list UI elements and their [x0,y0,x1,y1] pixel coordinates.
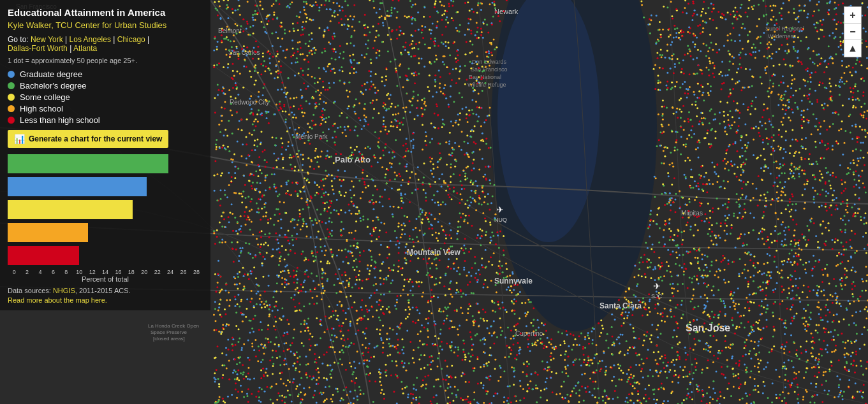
axis-tick: 14 [99,269,112,275]
axis-tick: 0 [8,269,20,275]
goto-links: New York | Los Angeles | Chicago | Dalla… [8,35,149,53]
chart-button-label: Generate a chart for the current view [29,134,162,143]
svg-text:San Carlos: San Carlos [228,49,260,56]
read-more-link[interactable]: Read more about the map here. [8,296,203,304]
svg-text:✈: ✈ [496,205,504,215]
axis-tick: 26 [177,269,189,275]
goto-link-chicago[interactable]: Chicago [117,35,145,44]
svg-text:Space Preserve: Space Preserve [151,329,187,335]
bar-row [8,200,203,219]
data-sources: Data sources: NHGIS, 2011-2015 ACS. [8,287,203,294]
bar-row [8,246,203,265]
zoom-controls: + − ▲ [844,6,862,57]
bar-row [8,177,203,196]
chart-icon: 📊 [14,134,25,144]
legend-item: High school [8,104,203,113]
svg-text:La Honda Creek Open: La Honda Creek Open [148,323,199,329]
axis-tick: 22 [151,269,163,275]
svg-text:Belmont: Belmont [218,27,242,34]
axis-tick: 2 [20,269,33,275]
svg-text:Wildlife Refuge: Wildlife Refuge [467,82,506,88]
svg-text:Milpitas: Milpitas [681,210,703,217]
panel-title: Educational Attainment in America [8,6,203,19]
svg-text:Sunnyvale: Sunnyvale [494,277,533,285]
bar-some-college [8,200,133,219]
svg-text:Palo Alto: Palo Alto [335,155,371,164]
svg-text:Cupertino: Cupertino [515,330,543,337]
goto-link-dallas-fort-worth[interactable]: Dallas-Fort Worth [8,44,68,53]
goto-link-atlanta[interactable]: Atlanta [73,44,97,53]
svg-text:✈: ✈ [653,281,661,291]
axis-label: Percent of total [8,275,203,283]
bar-less-than-high-school [8,246,79,265]
legend-item: Graduate degree [8,69,203,79]
chart-axis: 0246810121416182022242628 [8,269,203,275]
legend-dot [8,117,15,124]
axis-tick: 6 [47,269,59,275]
svg-text:San Francisco: San Francisco [471,66,508,73]
panel-subtitle: Kyle Walker, TCU Center for Urban Studie… [8,20,203,30]
goto-link-los-angeles[interactable]: Los Angeles [70,35,111,44]
svg-text:Don Edwards: Don Edwards [472,59,507,65]
svg-text:Menlo Park: Menlo Park [295,133,328,140]
bar-chart: 0246810121416182022242628 Percent of tot… [8,154,203,283]
legend-dot [8,82,15,89]
axis-tick: 28 [190,269,203,275]
svg-text:San Jose: San Jose [686,322,730,333]
map-container: Newark San Francisco Belmont San Carlos … [0,0,868,404]
axis-tick: 12 [85,269,98,275]
sidebar-panel: Educational Attainment in America Kyle W… [0,0,210,310]
svg-text:Redwood City: Redwood City [230,99,269,106]
zoom-reset-button[interactable]: ▲ [844,40,861,57]
legend-item: Some college [8,92,203,102]
bar-graduate-degree [8,154,168,173]
axis-tick: 16 [112,269,124,275]
legend-dot [8,105,15,112]
axis-tick: 8 [60,269,73,275]
axis-tick: 10 [73,269,85,275]
goto-label: Go to: New York | Los Angeles | Chicago … [8,35,203,53]
svg-text:Mountain View: Mountain View [407,248,460,257]
svg-text:SJC: SJC [651,293,663,299]
generate-chart-button[interactable]: 📊 Generate a chart for the current view [8,130,168,148]
legend-item: Less than high school [8,115,203,125]
axis-tick: 20 [138,269,151,275]
legend: Graduate degreeBachelor's degreeSome col… [8,69,203,125]
svg-text:Newark: Newark [494,8,519,15]
svg-text:Santa Clara: Santa Clara [600,301,642,310]
bar-row [8,223,203,242]
svg-text:[closed areas]: [closed areas] [153,336,185,342]
axis-tick: 18 [125,269,138,275]
axis-tick: 24 [164,269,177,275]
svg-text:Wilderness: Wilderness [768,33,797,40]
legend-dot [8,94,15,101]
bar-row [8,154,203,173]
dot-note: 1 dot = approximately 50 people age 25+. [8,57,203,64]
zoom-in-button[interactable]: + [844,7,861,24]
svg-text:Sunol Regional: Sunol Regional [765,25,804,32]
legend-dot [8,71,15,78]
bar-high-school [8,223,88,242]
axis-tick: 4 [34,269,47,275]
svg-text:NUQ: NUQ [494,217,507,223]
svg-text:Bay National: Bay National [469,74,501,80]
bars-container [8,154,203,265]
nhgis-link[interactable]: NHGIS [53,287,75,294]
goto-link-new-york[interactable]: New York [31,35,63,44]
zoom-out-button[interactable]: − [844,24,861,40]
bar-bachelor's-degree [8,177,147,196]
legend-item: Bachelor's degree [8,81,203,90]
